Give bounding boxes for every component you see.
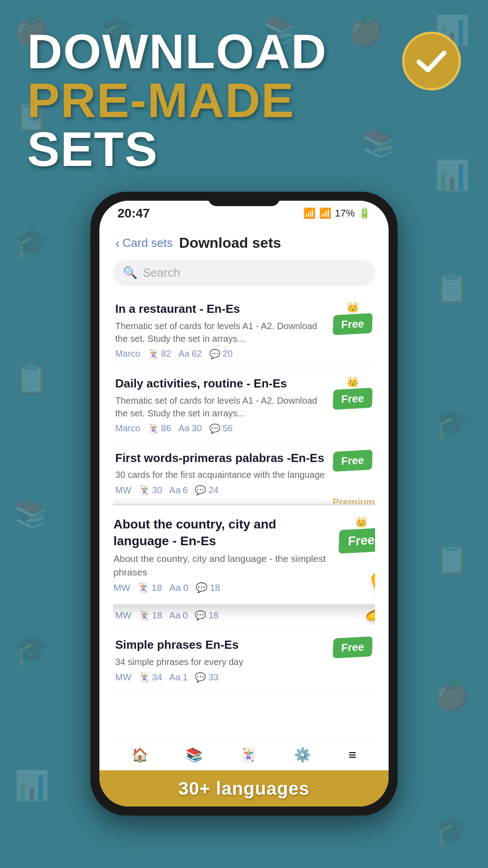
author: MW (115, 672, 131, 683)
header-title: DOWNLOAD PRE-MADE SETS (27, 27, 402, 174)
aa-count: Aa 1 (169, 672, 188, 683)
author: MW (113, 582, 130, 593)
list-item[interactable]: Simple phrases En-Es 34 simple phrases f… (113, 629, 375, 691)
free-badge: Free (332, 451, 373, 471)
card-meta: Marco 🃏 82 Aa 62 💬 20 (115, 349, 326, 359)
wifi-icon: 📶 (303, 208, 315, 219)
card-title: About the country, city and language - E… (113, 516, 333, 549)
card-info: First words-primeras palabras -En-Es 30 … (115, 451, 332, 496)
check-icon (413, 43, 450, 79)
cards-count: 🃏 18 (137, 582, 162, 593)
comments-count: 💬 33 (195, 672, 218, 683)
title-gold: PRE-MADE (27, 73, 295, 127)
comments-count: 💬 18 (196, 582, 220, 593)
search-bar[interactable]: 🔍 Search (113, 259, 375, 286)
card-meta: MW 🃏 34 Aa 1 💬 33 (115, 672, 326, 683)
tab-settings-icon[interactable]: ⚙️ (294, 747, 311, 763)
title-line-premade: PRE-MADE SETS (27, 76, 402, 174)
cards-count: 🃏 30 (139, 485, 162, 495)
aa-count: Aa 6 (169, 485, 188, 495)
list-item[interactable]: First words-primeras palabras -En-Es 30 … (113, 443, 375, 505)
bottom-bar: 30+ languages (99, 770, 389, 807)
card-desc: Thematic set of cards for levels A1 - A2… (115, 394, 326, 420)
card-info: Daily activities, routine - En-Es Themat… (115, 376, 332, 434)
back-button[interactable]: ‹ Card sets (115, 236, 173, 251)
card-info: About the country, city and language - E… (113, 516, 339, 593)
free-badge: 👑 Free (339, 516, 375, 552)
card-desc: About the country, city and language - t… (113, 552, 333, 579)
list-item[interactable]: In a restaurant - En-Es Thematic set of … (113, 293, 375, 368)
aa-count: Aa 30 (178, 423, 202, 434)
author: Marco (115, 349, 141, 359)
phone-screen: 20:47 📶 📶 17% 🔋 ‹ Card sets Download set… (99, 201, 389, 807)
free-label: Free (333, 387, 372, 410)
card-title: In a restaurant - En-Es (115, 302, 326, 317)
bottom-bar-text: 30+ languages (178, 778, 310, 799)
status-icons: 📶 📶 17% 🔋 (303, 208, 371, 219)
phone-notch (208, 192, 280, 206)
free-label: Free (333, 449, 372, 472)
card-meta: MW 🃏 18 Aa 0 💬 18 (113, 582, 333, 593)
card-meta: Marco 🃏 86 Aa 30 💬 56 (115, 423, 326, 434)
crown-icon: 👑 (355, 516, 367, 528)
card-meta: MW 🃏 18 Aa 0 💬 18 (115, 610, 366, 621)
free-label: Free (338, 528, 375, 554)
free-badge: 👑 Free (332, 376, 373, 409)
crown-icon: 👑 (347, 376, 359, 388)
card-desc: 30 cards for the first acquaintance with… (115, 468, 326, 481)
tab-bar: 🏠 📚 🃏 ⚙️ ≡ (113, 739, 375, 770)
cards-count: 🃏 86 (148, 423, 171, 434)
battery-level: 17% (335, 208, 355, 219)
card-info: Simple phrases En-Es 34 simple phrases f… (115, 637, 332, 683)
app-content: ‹ Card sets Download sets 🔍 Search In a (99, 226, 389, 770)
aa-count: Aa 0 (169, 582, 188, 593)
phone-frame: 20:47 📶 📶 17% 🔋 ‹ Card sets Download set… (90, 192, 398, 816)
checkmark-badge (402, 32, 461, 90)
card-title: First words-primeras palabras -En-Es (115, 451, 326, 466)
back-label: Card sets (122, 236, 173, 250)
signal-icon: 📶 (319, 208, 331, 219)
search-icon: 🔍 (123, 266, 137, 280)
bg-icon: 🎓 (434, 814, 470, 848)
cards-count: 🃏 18 (139, 610, 162, 621)
card-title: Daily activities, routine - En-Es (115, 376, 326, 392)
header-section: DOWNLOAD PRE-MADE SETS (0, 0, 488, 183)
cards-count: 🃏 34 (139, 672, 162, 683)
search-placeholder: Search (143, 266, 180, 280)
tab-cards-icon[interactable]: 🃏 (240, 747, 257, 763)
status-time: 20:47 (117, 206, 150, 221)
chevron-left-icon: ‹ (115, 236, 120, 251)
card-title: Simple phrases En-Es (115, 637, 326, 653)
aa-count: Aa 0 (169, 610, 188, 621)
card-desc: 34 simple phrases for every day (115, 656, 326, 668)
aa-count: Aa 62 (178, 349, 202, 359)
card-info: In a restaurant - En-Es Thematic set of … (115, 302, 332, 359)
battery-icon: 🔋 (358, 208, 371, 219)
comments-count: 💬 20 (209, 349, 233, 359)
navigation-row: ‹ Card sets Download sets (113, 235, 375, 251)
card-list: In a restaurant - En-Es Thematic set of … (113, 293, 375, 739)
tab-more-icon[interactable]: ≡ (348, 747, 357, 763)
card-meta: MW 🃏 30 Aa 6 💬 24 (115, 485, 326, 495)
cards-count: 🃏 82 (148, 349, 171, 359)
comments-count: 💬 24 (195, 485, 218, 495)
tab-home-icon[interactable]: 🏠 (131, 747, 148, 763)
highlighted-card[interactable]: About the country, city and language - E… (113, 504, 375, 605)
free-badge: 👑 Free (332, 302, 373, 334)
author: MW (115, 610, 131, 621)
list-item[interactable]: Daily activities, routine - En-Es Themat… (113, 368, 375, 443)
comments-count: 💬 18 (195, 610, 218, 621)
phone-mockup: 20:47 📶 📶 17% 🔋 ‹ Card sets Download set… (0, 192, 488, 816)
free-label: Free (333, 313, 372, 335)
page-title: Download sets (179, 235, 281, 251)
card-desc: Thematic set of cards for levels A1 - A2… (115, 320, 326, 345)
comments-count: 💬 56 (209, 423, 233, 434)
title-line-download: DOWNLOAD (27, 27, 402, 76)
author: Marco (115, 423, 141, 434)
author: MW (115, 485, 131, 495)
crown-icon: 👑 (347, 302, 359, 313)
title-white: SETS (27, 122, 158, 176)
tab-bookmark-icon[interactable]: 📚 (186, 747, 202, 763)
